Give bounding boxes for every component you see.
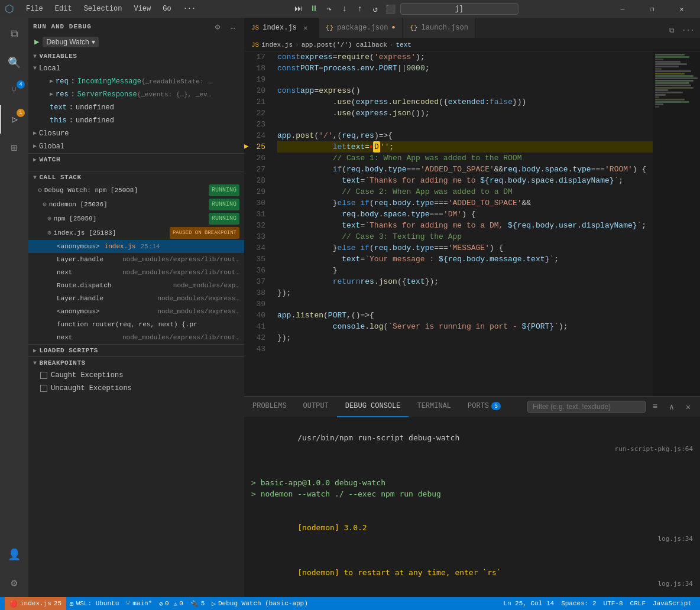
var-req[interactable]: ▶ req : IncomingMessage {_readableState:… <box>28 75 244 88</box>
split-editor-btn[interactable]: ⧉ <box>665 24 679 38</box>
global-group[interactable]: ▶ Global <box>28 140 244 153</box>
main-container: ⧉ 🔍 ⑂ 4 ▷ 1 ⊞ 👤 ⚙ RUN AND DEBUG ⚙ … ▶ <box>0 18 700 597</box>
close-btn[interactable]: ✕ <box>668 0 695 18</box>
var-this[interactable]: this : undefined <box>28 114 244 127</box>
status-debug-indicator[interactable]: 🔴 index.js 25 <box>5 597 66 610</box>
menu-more[interactable]: ··· <box>179 4 201 14</box>
spaces-label: Spaces: 2 <box>561 600 596 607</box>
loaded-scripts-header[interactable]: ▶ LOADED SCRIPTS <box>28 345 244 356</box>
var-res[interactable]: ▶ res : ServerResponse {_events: {…}, _e… <box>28 88 244 101</box>
console-line-app1: > basic-app@1.0.0 debug-watch <box>251 477 693 488</box>
debug-more-btn[interactable]: … <box>226 20 239 33</box>
menu-view[interactable]: View <box>129 4 155 14</box>
status-wsl[interactable]: ⊞ WSL: Ubuntu <box>66 597 122 610</box>
menu-file[interactable]: File <box>21 4 48 14</box>
breadcrumb-indexjs[interactable]: index.js <box>261 41 293 48</box>
status-branch[interactable]: ⑂ main* <box>122 597 155 610</box>
status-errors-item[interactable]: ⊘ 0 ⚠ 0 <box>155 597 186 610</box>
cs-route-dispatch[interactable]: Route.dispatch node_modules/exp… <box>28 279 244 292</box>
breadcrumb-callback[interactable]: app.post('/') callback <box>302 41 387 48</box>
tab-indexjs[interactable]: JS index.js ✕ <box>244 18 319 38</box>
status-ports[interactable]: 🔌 5 <box>187 597 209 610</box>
debug-step-into-btn[interactable]: ↓ <box>338 2 352 16</box>
debug-restart-btn[interactable]: ↺ <box>368 2 383 16</box>
bp-caught-checkbox[interactable] <box>40 372 47 379</box>
cs-nodemon[interactable]: ⚙ nodemon [25036] RUNNING <box>28 197 244 212</box>
cs-next-1[interactable]: next node_modules/express/lib/rout… <box>28 266 244 279</box>
status-spaces[interactable]: Spaces: 2 <box>558 597 599 610</box>
status-cursor[interactable]: Ln 25, Col 14 <box>500 597 558 610</box>
panel-collapse-btn[interactable]: ∧ <box>665 400 679 414</box>
debug-start-btn[interactable]: ▶ <box>33 35 40 48</box>
more-actions-btn[interactable]: ··· <box>681 24 695 38</box>
breadcrumb-file[interactable]: JS <box>251 41 259 48</box>
panel: PROBLEMS OUTPUT DEBUG CONSOLE TERMINAL P… <box>244 396 700 597</box>
var-text[interactable]: text : undefined <box>28 101 244 114</box>
cs-anonymous[interactable]: <anonymous> index.js 25:14 <box>28 240 244 253</box>
bp-uncaught-label: Uncaught Exceptions <box>51 382 132 394</box>
tab-packagejson[interactable]: {} package.json ● <box>319 18 403 38</box>
panel-filter-input[interactable] <box>527 401 646 413</box>
status-debug-name[interactable]: ▷ Debug Watch (basic-app) <box>208 597 311 610</box>
panel-tab-terminal[interactable]: TERMINAL <box>409 397 459 417</box>
console-link-2[interactable]: log.js:34 <box>657 578 693 589</box>
debug-stop-btn[interactable]: ⬛ <box>384 2 398 16</box>
debug-continue-btn[interactable]: ⏭ <box>291 2 306 16</box>
console-link-0[interactable]: run-script-pkg.js:64 <box>615 443 693 455</box>
menu-go[interactable]: Go <box>158 4 176 14</box>
cs-next-2[interactable]: next node_modules/express/lib/rout… <box>28 331 244 344</box>
console-link-1[interactable]: log.js:34 <box>657 533 693 544</box>
panel-tab-problems[interactable]: PROBLEMS <box>244 397 295 417</box>
bp-uncaught-exceptions[interactable]: Uncaught Exceptions <box>28 382 244 395</box>
bp-caught-exceptions[interactable]: Caught Exceptions <box>28 369 244 382</box>
call-stack-header[interactable]: ▼ CALL STACK <box>28 171 244 183</box>
activity-explorer[interactable]: ⧉ <box>0 20 28 48</box>
status-line-endings[interactable]: CRLF <box>627 597 649 610</box>
debug-step-over-btn[interactable]: ↷ <box>322 2 336 16</box>
status-encoding[interactable]: UTF-8 <box>600 597 627 610</box>
activity-account[interactable]: 👤 <box>0 540 28 569</box>
ln-35: 35 <box>244 254 270 265</box>
watch-header[interactable]: ▶ WATCH <box>28 154 244 166</box>
status-language[interactable]: JavaScript <box>649 597 695 610</box>
maximize-btn[interactable]: ❐ <box>639 0 666 18</box>
cs-debug-watch[interactable]: ⚙ Debug Watch: npm [25008] RUNNING <box>28 183 244 197</box>
cs-router-fn[interactable]: function router(req, res, next) {.pr <box>28 318 244 331</box>
panel-close-btn[interactable]: ✕ <box>681 400 695 414</box>
ln-41: 41 <box>244 321 270 332</box>
menu-edit[interactable]: Edit <box>50 4 77 14</box>
console-line-app2: > nodemon --watch ./ --exec npm run debu… <box>251 488 693 499</box>
ln-28: 28 <box>244 175 270 186</box>
debug-config-select[interactable]: Debug Watch ▾ <box>43 37 98 47</box>
activity-debug[interactable]: ▷ 1 <box>0 105 28 134</box>
tab-close-indexjs[interactable]: ✕ <box>300 22 311 33</box>
cs-anonymous-2[interactable]: <anonymous> node_modules/express… <box>28 305 244 318</box>
debug-dropdown: ▶ Debug Watch ▾ <box>28 35 244 50</box>
cs-indexjs[interactable]: ⚙ index.js [25183] PAUSED ON BREAKPOINT <box>28 226 244 240</box>
panel-tab-debug-console[interactable]: DEBUG CONSOLE <box>337 397 409 417</box>
activity-settings[interactable]: ⚙ <box>0 569 28 597</box>
cs-layer-handle-1[interactable]: Layer.handle node_modules/express/lib/ro… <box>28 253 244 266</box>
tab-launchjson[interactable]: {} launch.json <box>403 18 475 38</box>
variables-header[interactable]: ▼ VARIABLES <box>28 50 244 62</box>
bp-uncaught-checkbox[interactable] <box>40 385 47 392</box>
activity-git[interactable]: ⑂ 4 <box>0 77 28 105</box>
breakpoints-header[interactable]: ▼ BREAKPOINTS <box>28 357 244 369</box>
cs-npm[interactable]: ⚙ npm [25059] RUNNING <box>28 212 244 226</box>
panel-tab-ports[interactable]: PORTS 5 <box>459 397 509 417</box>
panel-tab-output[interactable]: OUTPUT <box>295 397 337 417</box>
debug-step-out-btn[interactable]: ↑ <box>353 2 367 16</box>
activity-search[interactable]: 🔍 <box>0 48 28 77</box>
status-debug-icon: 🔴 <box>9 600 18 608</box>
cs-layer-handle-2[interactable]: Layer.handle node_modules/express… <box>28 292 244 305</box>
panel-layout-btn[interactable]: ≡ <box>648 400 662 414</box>
debug-pause-btn[interactable]: ⏸ <box>307 2 321 16</box>
title-search[interactable]: j] <box>400 3 518 15</box>
breadcrumb-text[interactable]: text <box>396 41 411 48</box>
local-group[interactable]: ▼ Local <box>28 62 244 75</box>
debug-settings-btn[interactable]: ⚙ <box>211 20 224 33</box>
closure-group[interactable]: ▶ Closure <box>28 127 244 140</box>
menu-selection[interactable]: Selection <box>79 4 127 14</box>
minimize-btn[interactable]: — <box>609 0 636 18</box>
activity-extensions[interactable]: ⊞ <box>0 134 28 162</box>
